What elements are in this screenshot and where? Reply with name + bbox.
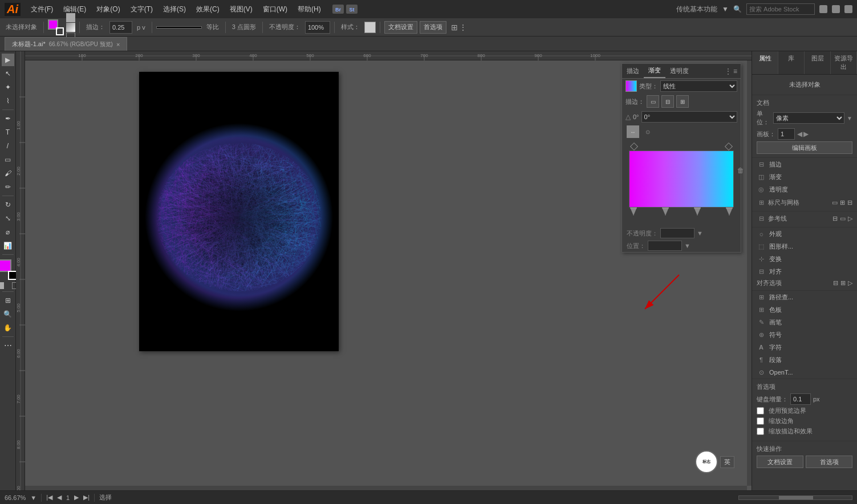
document-tab[interactable]: 未标题-1.ai* 66.67% (RGB/GPU 预览) × [5, 37, 127, 51]
fill-swatch[interactable] [0, 259, 11, 272]
color-swatch-area[interactable] [0, 259, 18, 280]
rotate-tool[interactable]: ↻ [2, 198, 14, 211]
guide-icon-3[interactable]: ▷ [848, 215, 852, 222]
line-tool[interactable]: / [2, 140, 14, 152]
scroll-bottom[interactable] [25, 486, 747, 490]
adobe-stock-search[interactable] [746, 3, 815, 15]
rp-opentype-item[interactable]: ⊙ OpenT... [752, 366, 857, 379]
gradient-small-icon[interactable] [5, 282, 11, 289]
gradient-type-select[interactable]: 线性 径向 任意形状 [660, 80, 737, 92]
canvas-next-icon[interactable]: ▶ [803, 130, 809, 138]
panel-more-btn[interactable]: ⋮ ≡ [721, 66, 741, 76]
rp-character-item[interactable]: A 字符 [752, 341, 857, 353]
gradient-stop-2[interactable] [662, 208, 669, 216]
rp-tab-properties[interactable]: 属性 [752, 51, 778, 74]
rp-tab-assets[interactable]: 资源导出 [831, 51, 857, 74]
align-opt-3[interactable]: ▷ [848, 279, 852, 287]
edit-canvas-btn[interactable]: 编辑画板 [757, 141, 852, 154]
quick-preferences-btn[interactable]: 首选项 [806, 456, 852, 468]
quick-doc-settings-btn[interactable]: 文档设置 [757, 456, 803, 468]
warp-tool[interactable]: ⌀ [2, 226, 14, 238]
zoom-tool[interactable]: 🔍 [2, 308, 14, 320]
direct-selection-tool[interactable]: ↖ [2, 67, 14, 80]
rp-align-item[interactable]: ⊟ 对齐 [752, 265, 857, 278]
position-panel-input[interactable] [648, 241, 682, 251]
guide-icon-2[interactable]: ▭ [840, 215, 846, 222]
menu-effect[interactable]: 效果(C) [193, 3, 223, 15]
rp-paragraph-item[interactable]: ¶ 段落 [752, 353, 857, 366]
lasso-tool[interactable]: ⌇ [2, 95, 14, 107]
gradient-angle-select[interactable]: 0° 45° 90° 180° [641, 111, 737, 123]
menu-file[interactable]: 文件(F) [27, 3, 56, 15]
canvas-area[interactable]: 100 200 300 400 500 600 700 800 900 1000 [16, 51, 752, 490]
rp-symbols-item[interactable]: ⊛ 符号 [752, 328, 857, 341]
rp-tab-layers[interactable]: 图层 [805, 51, 831, 74]
menu-view[interactable]: 视图(V) [226, 3, 256, 15]
opacity-input[interactable] [305, 21, 330, 34]
graph-tool[interactable]: 📊 [2, 239, 14, 252]
gradient-icon-1[interactable]: ↔ [627, 125, 639, 138]
paintbrush-tool[interactable]: 🖌 [2, 167, 14, 180]
type-tool[interactable]: T [2, 126, 14, 139]
guide-icon-1[interactable]: ⊟ [832, 215, 838, 222]
gradient-color-bar[interactable] [629, 151, 734, 208]
stroke-inside-btn[interactable]: ⊟ [661, 95, 674, 108]
panel-tab-gradient[interactable]: 渐变 [644, 64, 665, 78]
stroke-color[interactable] [56, 27, 64, 35]
hand-tool[interactable]: ✋ [2, 322, 14, 334]
scrollbar-thumb[interactable] [779, 496, 813, 499]
magic-wand-tool[interactable]: ✦ [2, 81, 14, 94]
panel-tab-transparency[interactable]: 透明度 [665, 64, 693, 78]
keyboard-increment-input[interactable] [790, 393, 811, 405]
zoom-dropdown-icon[interactable]: ▼ [30, 494, 36, 501]
selection-tool[interactable]: ▶ [2, 54, 14, 66]
align-opt-2[interactable]: ⊞ [840, 279, 846, 287]
gradient-stop-1[interactable] [630, 208, 637, 216]
panel-tab-stroke[interactable]: 描边 [622, 64, 644, 78]
top-stop-1[interactable] [630, 143, 638, 151]
arrange-icon[interactable]: ⊞ [451, 23, 458, 32]
rp-stroke-item[interactable]: ⊟ 描边 [752, 158, 857, 170]
style-swatch[interactable] [364, 22, 376, 33]
gradient-icon[interactable] [66, 23, 75, 32]
pen-tool[interactable]: ✒ [2, 112, 14, 125]
stroke-square-btn[interactable]: ▭ [647, 95, 659, 108]
menu-help[interactable]: 帮助(H) [294, 3, 324, 15]
artboard-tool[interactable]: ⊞ [2, 294, 14, 307]
workspace-mode[interactable]: 传统基本功能 [676, 5, 717, 14]
canvas-prev-icon[interactable]: ◀ [797, 130, 802, 138]
language-badge[interactable]: 英 [720, 456, 734, 468]
ruler-icon-1[interactable]: ▭ [832, 199, 838, 206]
scale-corners-checkbox[interactable] [757, 417, 764, 425]
ruler-icon-3[interactable]: ⊟ [847, 199, 852, 206]
horizontal-scrollbar[interactable] [738, 495, 852, 500]
pencil-tool[interactable]: ✏ [2, 181, 14, 193]
nav-next-btn[interactable]: ▶ [74, 494, 79, 501]
rp-pathfinder-item[interactable]: ⊞ 路径查... [752, 291, 857, 303]
tab-close-button[interactable]: × [116, 41, 120, 48]
scale-tool[interactable]: ⤡ [2, 212, 14, 225]
gradient-icon-2[interactable]: ⊙ [641, 125, 654, 138]
menu-window[interactable]: 窗口(W) [259, 3, 291, 15]
rp-swatches-item[interactable]: ⊞ 色板 [752, 303, 857, 316]
gradient-slider-container[interactable]: 🗑 [629, 144, 734, 216]
delete-stop-btn[interactable]: 🗑 [737, 166, 744, 174]
rp-transparency-item[interactable]: ◎ 透明度 [752, 183, 857, 196]
rp-tab-library[interactable]: 库 [778, 51, 805, 74]
rp-graphic-style-item[interactable]: ⬚ 图形样... [752, 240, 857, 253]
top-stop-2[interactable] [725, 143, 733, 151]
canvas-background[interactable]: 描边 渐变 透明度 ⋮ ≡ 类型： 线性 径向 任意形状 [25, 60, 747, 486]
nav-first-btn[interactable]: |◀ [46, 494, 52, 501]
scroll-right[interactable] [747, 60, 752, 486]
stroke-width-input[interactable] [109, 21, 132, 34]
fill-stroke-selector[interactable] [48, 19, 64, 35]
menu-type[interactable]: 文字(T) [127, 3, 156, 15]
ruler-icon-2[interactable]: ⊞ [840, 199, 845, 206]
scale-stroke-checkbox[interactable] [757, 428, 764, 435]
menu-object[interactable]: 对象(O) [93, 3, 123, 15]
more-icon[interactable]: ⋮ [459, 23, 467, 32]
doc-settings-toolbar-btn[interactable]: 文档设置 [384, 21, 417, 34]
rp-appearance-item[interactable]: ☼ 外观 [752, 227, 857, 240]
rp-brushes-item[interactable]: ✎ 画笔 [752, 316, 857, 328]
gradient-stop-3[interactable] [694, 208, 701, 216]
